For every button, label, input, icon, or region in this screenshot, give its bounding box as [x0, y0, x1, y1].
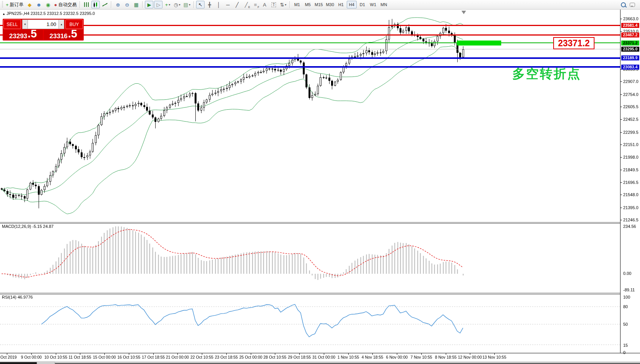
zoom-in-button[interactable]: ⊕ — [114, 1, 122, 8]
periods-button[interactable]: ◷▾ — [172, 1, 181, 8]
equidistant-channel-button[interactable]: ╱E — [242, 1, 250, 8]
price-tick — [620, 81, 622, 82]
turning-point-annotation[interactable]: 多空转折点 — [512, 65, 581, 83]
horizontal-line-button[interactable]: ─ — [224, 1, 232, 8]
timeframe-mn-button[interactable]: MN — [379, 1, 389, 8]
timeframe-h1-button[interactable]: H1 — [336, 1, 346, 8]
horizontal-scrollbar[interactable] — [0, 361, 640, 364]
price-tag: 23083.4 — [621, 65, 639, 70]
price-tick — [620, 195, 622, 195]
timeframe-h4-button[interactable]: H4 — [347, 1, 357, 8]
price-tag: 23189.9 — [621, 55, 639, 60]
indicators-button[interactable]: +▾ — [163, 1, 172, 8]
timeframe-w1-button[interactable]: W1 — [368, 1, 378, 8]
dropdown-arrow-icon[interactable]: ▾ — [189, 3, 190, 6]
scrollbar-thumb[interactable] — [37, 362, 55, 364]
candlestick-chart-icon — [93, 2, 98, 7]
timeframe-m1-button[interactable]: M1 — [292, 1, 302, 8]
text-button[interactable]: A — [260, 1, 269, 8]
line-chart-button[interactable] — [101, 1, 109, 8]
tile-windows-button[interactable]: ▦ — [132, 1, 140, 8]
one-click-trade-panel: SELL ▼ ▲ BUY 23293 .5 23316 .5 — [3, 19, 84, 41]
price-tag: 23467.2 — [621, 32, 639, 37]
new-order-button[interactable]: +新订单 — [5, 1, 25, 8]
chart-shift-marker[interactable] — [461, 11, 466, 14]
price-tag: 23581.4 — [621, 23, 639, 28]
price-tick — [620, 31, 622, 32]
price-tick-label: 22299.5 — [623, 130, 640, 135]
sub-label: E — [248, 6, 250, 8]
rsi-tick-label: 100 — [623, 295, 640, 299]
volume-down-button[interactable]: ▼ — [22, 20, 28, 29]
chart-window: ▲ JPN225-,H4 23312.5 23312.5 23232.5 232… — [0, 10, 640, 364]
price-tag: 23295.0 — [621, 47, 639, 52]
zoom-in-icon: ⊕ — [116, 2, 120, 7]
price-annotation-box[interactable]: 23371.2 — [553, 37, 595, 49]
price-tick-label: 21548.0 — [623, 192, 640, 197]
dropdown-arrow-icon[interactable]: ▾ — [169, 3, 170, 6]
volume-up-button[interactable]: ▲ — [58, 20, 64, 29]
highlight-rectangle[interactable] — [457, 41, 501, 46]
cursor-button[interactable]: ↖ — [196, 1, 205, 8]
search-button[interactable] — [619, 1, 627, 8]
auto-trading-button[interactable]: ●自动交易 — [53, 1, 78, 8]
trendline-button[interactable]: ╱ — [233, 1, 241, 8]
dropdown-arrow-icon[interactable]: ▾ — [285, 3, 286, 6]
symbol-dropdown-icon[interactable]: ▲ — [2, 12, 5, 16]
dropdown-arrow-icon[interactable]: ▾ — [179, 3, 180, 6]
chart-shift-button[interactable]: ▷ — [154, 1, 162, 8]
price-tick-label: 22907.0 — [623, 79, 640, 84]
arrows-button[interactable]: ⇅▾ — [279, 1, 288, 8]
price-tick-label: 22151.0 — [623, 142, 640, 147]
ohlc-values: 23312.5 23312.5 23232.5 23295.0 — [31, 11, 95, 16]
bar-chart-button[interactable] — [82, 1, 91, 8]
templates-button[interactable]: ▤▾ — [182, 1, 192, 8]
timeframe-m15-button[interactable]: M15 — [314, 1, 324, 8]
price-tick-label: 21696.5 — [623, 180, 640, 185]
auto-scroll-button[interactable]: ▶ — [145, 1, 153, 8]
horizontal-level-line[interactable] — [0, 34, 620, 36]
profile-icon[interactable]: ☻ — [35, 1, 43, 8]
auto-scroll-icon: ▶ — [147, 2, 151, 7]
sell-button[interactable]: SELL — [3, 20, 21, 29]
deposit-icon[interactable]: ◆ — [26, 1, 34, 8]
pane-separator[interactable] — [0, 293, 620, 294]
horizontal-level-line[interactable] — [0, 42, 620, 43]
price-tick — [620, 107, 622, 107]
fibonacci-button[interactable]: ≡F — [251, 1, 260, 8]
new-order-icon: + — [6, 2, 9, 7]
zoom-out-button[interactable]: ⊖ — [123, 1, 131, 8]
vertical-line-icon: │ — [217, 2, 220, 7]
timeframe-m5-button[interactable]: M5 — [303, 1, 313, 8]
signals-icon[interactable]: ◉ — [44, 1, 52, 8]
buy-price[interactable]: 23316 .5 — [44, 30, 83, 40]
crosshair-button[interactable]: ╋ — [205, 1, 214, 8]
chat-button[interactable] — [628, 1, 637, 8]
price-tick-label: 21998.0 — [623, 155, 640, 159]
pane-separator[interactable] — [0, 222, 620, 224]
horizontal-line-icon: ─ — [226, 2, 230, 7]
text-label-button[interactable]: T — [270, 1, 278, 8]
horizontal-level-line[interactable] — [0, 25, 620, 26]
fibonacci-icon: ≡ — [254, 2, 257, 7]
price-tick-label: 21246.5 — [623, 218, 640, 222]
timeframe-m30-button[interactable]: M30 — [325, 1, 335, 8]
price-tick — [620, 182, 622, 183]
horizontal-level-line[interactable] — [0, 49, 620, 49]
text-label-icon: T — [271, 2, 276, 7]
rsi-canvas[interactable] — [0, 294, 620, 353]
macd-canvas[interactable] — [0, 223, 620, 293]
main-chart-canvas[interactable] — [0, 10, 620, 223]
timeframe-d1-button[interactable]: D1 — [357, 1, 367, 8]
cursor-icon: ↖ — [198, 2, 203, 7]
time-axis-line — [0, 353, 640, 353]
line-chart-icon — [102, 3, 107, 7]
candlestick-chart-button[interactable] — [91, 1, 100, 8]
price-tick — [620, 132, 622, 133]
horizontal-level-line[interactable] — [0, 57, 620, 59]
vertical-line-button[interactable]: │ — [214, 1, 223, 8]
buy-price-fraction: .5 — [68, 28, 77, 39]
rsi-tick-label: 80 — [623, 304, 640, 309]
sell-price[interactable]: 23293 .5 — [3, 30, 43, 40]
rsi-tick-label: 50 — [623, 322, 640, 327]
